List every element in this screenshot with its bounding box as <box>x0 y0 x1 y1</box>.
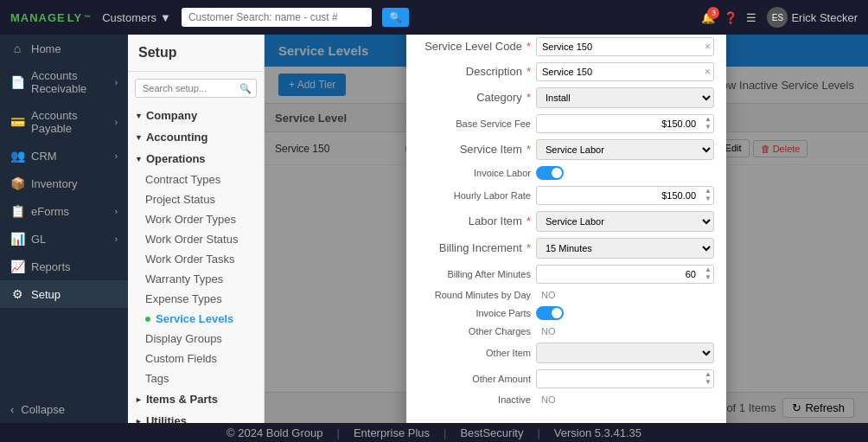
section-label: Utilities <box>146 414 187 423</box>
round-minutes-control: NO <box>536 290 714 300</box>
labor-item-label: Labor Item * <box>418 215 531 227</box>
sidebar-item-accounts-receivable[interactable]: 📄 Accounts Receivable › <box>0 62 128 102</box>
arrow-icon: ► <box>135 417 143 424</box>
service-item-select[interactable]: Service Labor <box>536 139 714 160</box>
sidebar-item-setup[interactable]: ⚙ Setup <box>0 280 128 308</box>
version-text: Version 5.3.41.35 <box>554 426 641 439</box>
category-select[interactable]: Install <box>536 87 714 108</box>
spinner: ▲ ▼ <box>705 371 712 386</box>
setup-sub-item-service-levels[interactable]: Service Levels <box>128 309 264 329</box>
setup-search-input[interactable] <box>135 79 257 98</box>
invoice-parts-toggle[interactable] <box>536 306 564 320</box>
sidebar-item-label: Home <box>31 42 61 55</box>
form-row-hourly-labor-rate: Hourly Labor Rate ▲ ▼ <box>418 186 714 205</box>
user-menu[interactable]: ES Erick Stecker <box>767 7 858 28</box>
inventory-icon: 📦 <box>10 176 24 190</box>
spinner-down[interactable]: ▼ <box>705 274 712 281</box>
category-control: Install <box>536 87 714 108</box>
customer-search-input[interactable] <box>182 8 372 27</box>
edition-text: Enterprise Plus <box>354 426 430 439</box>
spinner-down[interactable]: ▼ <box>705 195 712 202</box>
menu-icon[interactable]: ☰ <box>746 11 756 24</box>
sidebar-item-reports[interactable]: 📈 Reports <box>0 253 128 280</box>
billing-after-minutes-control: ▲ ▼ <box>536 265 714 284</box>
sidebar-item-inventory[interactable]: 📦 Inventory <box>0 170 128 197</box>
spinner-up[interactable]: ▲ <box>705 116 712 123</box>
service-level-code-input[interactable] <box>536 37 714 56</box>
sidebar-item-label: eForms <box>31 205 69 218</box>
inactive-label: Inactive <box>418 394 531 405</box>
clear-icon[interactable]: × <box>705 66 711 78</box>
setup-sub-item-expense-types[interactable]: Expense Types <box>128 289 264 309</box>
invoice-labor-toggle[interactable] <box>536 166 564 180</box>
other-item-select[interactable] <box>536 343 714 363</box>
sidebar-item-eforms[interactable]: 📋 eForms › <box>0 197 128 225</box>
setup-section-items-parts-title[interactable]: ► Items & Parts <box>128 388 264 410</box>
collapse-label: Collapse <box>21 403 65 416</box>
other-amount-input[interactable] <box>536 369 714 388</box>
arrow-icon: ► <box>135 395 143 404</box>
sidebar-item-crm[interactable]: 👥 CRM › <box>0 142 128 170</box>
clear-icon[interactable]: × <box>705 41 711 53</box>
setup-section-operations-title[interactable]: ▼ Operations <box>128 148 264 170</box>
search-button[interactable]: 🔍 <box>382 8 409 27</box>
help-icon[interactable]: ❓ <box>724 11 737 24</box>
sidebar-item-label: CRM <box>31 150 57 163</box>
setup-sub-item-project-status[interactable]: Project Status <box>128 189 264 209</box>
notifications-icon[interactable]: 🔔 3 <box>701 11 715 24</box>
customers-nav[interactable]: Customers ▼ <box>102 11 171 24</box>
setup-section-company-title[interactable]: ▼ Company <box>128 105 264 126</box>
service-level-code-label: Service Level Code * <box>418 40 531 53</box>
description-control: × <box>536 62 714 81</box>
sidebar-item-accounts-payable[interactable]: 💳 Accounts Payable › <box>0 102 128 142</box>
logo-text: MANAGE <box>10 11 66 24</box>
sidebar-item-label: Reports <box>31 260 71 273</box>
billing-after-minutes-input[interactable] <box>536 265 714 284</box>
spinner-up[interactable]: ▲ <box>705 188 712 195</box>
base-service-fee-input[interactable] <box>536 114 714 133</box>
setup-sub-item-tags[interactable]: Tags <box>128 368 264 388</box>
setup-section-company: ▼ Company <box>128 105 264 126</box>
setup-title: Setup <box>128 35 264 72</box>
sub-label: Warranty Types <box>145 272 223 285</box>
description-input[interactable] <box>536 62 714 81</box>
spinner-down[interactable]: ▼ <box>705 379 712 386</box>
setup-section-utilities-title[interactable]: ► Utilities <box>128 410 264 423</box>
sidebar-item-gl[interactable]: 📊 GL › <box>0 225 128 253</box>
sub-label: Display Groups <box>145 332 222 345</box>
round-minutes-label: Round Minutes by Day <box>418 290 531 300</box>
setup-sub-item-display-groups[interactable]: Display Groups <box>128 329 264 349</box>
copyright-text: © 2024 Bold Group <box>227 426 322 439</box>
crm-icon: 👥 <box>10 149 24 163</box>
collapse-button[interactable]: ‹ Collapse <box>0 396 128 423</box>
form-row-invoice-labor: Invoice Labor <box>418 166 714 180</box>
modal-body: Service Level Code * × Description * <box>406 35 726 420</box>
sidebar-item-home[interactable]: ⌂ Home <box>0 35 128 62</box>
setup-sub-item-warranty-types[interactable]: Warranty Types <box>128 269 264 289</box>
billing-increment-select[interactable]: 15 Minutes <box>536 238 714 259</box>
arrow-icon: ▼ <box>135 133 143 142</box>
section-label: Operations <box>146 152 206 165</box>
sub-label: Project Status <box>145 193 215 206</box>
setup-sub-item-contract-types[interactable]: Contract Types <box>128 170 264 189</box>
user-name: Erick Stecker <box>791 11 858 24</box>
setup-section-accounting-title[interactable]: ▼ Accounting <box>128 126 264 148</box>
setup-sub-item-work-order-tasks[interactable]: Work Order Tasks <box>128 249 264 269</box>
sidebar-item-label: Accounts Payable <box>31 109 108 135</box>
setup-sub-item-work-order-types[interactable]: Work Order Types <box>128 209 264 229</box>
labor-item-select[interactable]: Service Labor <box>536 211 714 232</box>
chevron-right-icon: › <box>115 234 118 244</box>
home-icon: ⌂ <box>10 42 24 55</box>
setup-sub-item-work-order-status[interactable]: Work Order Status <box>128 229 264 249</box>
service-level-code-control: × <box>536 37 714 56</box>
setup-sub-item-custom-fields[interactable]: Custom Fields <box>128 349 264 368</box>
avatar: ES <box>767 7 788 28</box>
spinner-down[interactable]: ▼ <box>705 124 712 131</box>
spinner-up[interactable]: ▲ <box>705 371 712 378</box>
form-row-invoice-parts: Invoice Parts <box>418 306 714 320</box>
sidebar: ⌂ Home 📄 Accounts Receivable › 💳 Account… <box>0 35 128 423</box>
spinner-up[interactable]: ▲ <box>705 266 712 273</box>
setup-section-items-parts: ► Items & Parts <box>128 388 264 410</box>
hourly-labor-rate-input[interactable] <box>536 186 714 205</box>
logo-accent: LY <box>67 11 82 24</box>
